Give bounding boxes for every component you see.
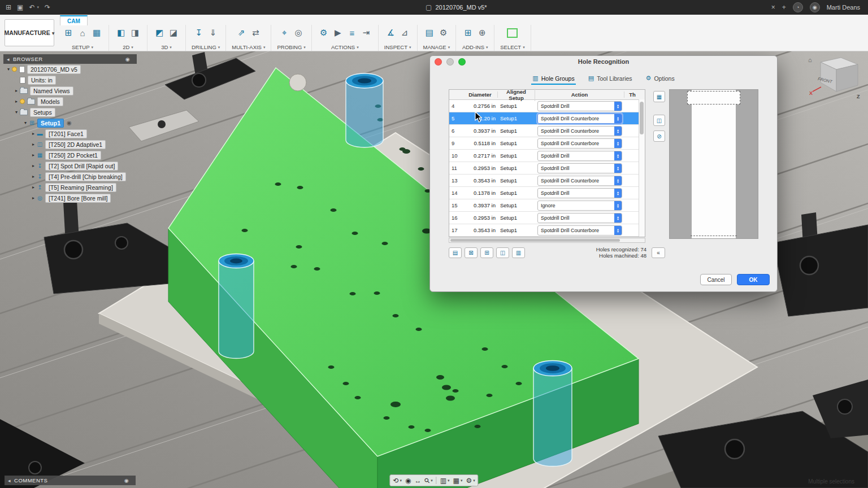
scrollbar-thumb[interactable] xyxy=(640,102,644,134)
setup-sheet-icon[interactable]: ⇥ xyxy=(360,26,372,40)
reset-hole-groups-button[interactable]: ⊘ xyxy=(653,130,665,142)
toolbar-group-select-label[interactable]: SELECT▾ xyxy=(500,44,524,50)
browser-item-setup1[interactable]: ▾ ⊞ Setup1 ◉ xyxy=(3,117,137,128)
browser-item-op-face[interactable]: ▸ ▬ [T201] Face1 xyxy=(3,128,137,139)
browser-item-op-adaptive[interactable]: ▸ ◫ [T250] 2D Adaptive1 xyxy=(3,139,137,150)
3d-contour-icon[interactable]: ◪ xyxy=(167,26,180,40)
hole-row[interactable]: 6 0.3937 in Setup1 Spotdrill Drill Count… xyxy=(449,125,645,137)
post-process-icon[interactable]: ≡ xyxy=(346,26,358,40)
toolbar-group-actions-label[interactable]: ACTIONS▾ xyxy=(331,44,359,50)
hole-row[interactable]: 9 0.5118 in Setup1 Spotdrill Drill Count… xyxy=(449,137,645,150)
viewport-settings-button[interactable]: ⚙▾ xyxy=(466,477,475,485)
drill-icon[interactable]: ↧ xyxy=(193,26,205,40)
toolbar-group-drilling-label[interactable]: DRILLING▾ xyxy=(192,44,220,50)
toolbar-group-probing-label[interactable]: PROBING▾ xyxy=(277,44,305,50)
probe-icon[interactable]: ⌖ xyxy=(278,26,290,40)
stock-icon[interactable]: ▦ xyxy=(90,26,103,40)
expand-caret-icon[interactable]: ▸ xyxy=(14,99,19,104)
action-select[interactable]: Spotdrill Drill Counterbore ▲▼ xyxy=(537,176,622,186)
tab-hole-groups[interactable]: ▥ Hole Groups xyxy=(531,73,575,85)
visibility-eye-icon[interactable]: ◉ xyxy=(67,120,72,126)
browser-item-op-spotdrill[interactable]: ▸ ↧ [T2] Spot Drill [Rapid out] xyxy=(3,160,137,171)
action-select[interactable]: Spotdrill Drill ▲▼ xyxy=(537,188,622,198)
action-select[interactable]: Spotdrill Drill ▲▼ xyxy=(537,151,622,161)
expand-caret-icon[interactable]: ▾ xyxy=(14,110,19,115)
comments-panel-header[interactable]: ◂ COMMENTS ◉ xyxy=(5,476,136,485)
merge-hole-groups-button[interactable]: ▦ xyxy=(653,91,665,102)
pan-button[interactable]: ↔ xyxy=(414,477,421,485)
horizontal-scrollbar[interactable] xyxy=(449,238,645,243)
app-grid-icon[interactable]: ⊞ xyxy=(6,3,11,11)
action-select[interactable]: Spotdrill Drill ▲▼ xyxy=(537,213,622,223)
undo-menu-caret-icon[interactable]: ▾ xyxy=(37,5,39,10)
look-at-button[interactable]: ◉ xyxy=(405,477,411,485)
new-document-tab-icon[interactable]: + xyxy=(782,3,786,11)
hole-row[interactable]: 17 0.3543 in Setup1 Spotdrill Drill Coun… xyxy=(449,224,645,237)
tab-cam[interactable]: CAM xyxy=(60,15,88,25)
expand-caret-icon[interactable]: ▸ xyxy=(14,88,19,93)
expand-caret-icon[interactable]: ▸ xyxy=(31,185,36,190)
toolbar-group-setup-label[interactable]: SETUP▾ xyxy=(72,44,93,50)
collapse-panel-icon[interactable]: ◂ xyxy=(8,478,11,483)
browser-item-units[interactable]: Units: in xyxy=(3,75,137,85)
browser-item-op-pocket[interactable]: ▸ ▦ [T250] 2D Pocket1 xyxy=(3,150,137,160)
browser-item-setups[interactable]: ▾ Setups xyxy=(3,107,137,117)
bore-icon[interactable]: ⇓ xyxy=(207,26,219,40)
select-icon[interactable] xyxy=(506,26,519,40)
undo-icon[interactable]: ↶ xyxy=(29,3,34,11)
scrollbar-thumb[interactable] xyxy=(450,239,620,242)
job-status-icon[interactable]: ◔ xyxy=(793,2,803,12)
3d-adaptive-icon[interactable]: ◩ xyxy=(153,26,166,40)
browser-item-op-predrill[interactable]: ▸ ↧ [T4] Pre-drill [Chip breaking] xyxy=(3,171,137,182)
collapse-panel-icon[interactable]: ◂ xyxy=(7,56,10,62)
browser-item-root[interactable]: ▾ 20120706_MD v5 xyxy=(3,64,137,75)
task-manager-icon[interactable]: ⚙ xyxy=(437,26,450,40)
expand-caret-icon[interactable]: ▸ xyxy=(31,163,36,168)
list-view-button[interactable]: ▤ xyxy=(449,247,462,258)
action-select[interactable]: Spotdrill Drill Counterbore ▲▼ xyxy=(537,225,622,236)
expand-caret-icon[interactable]: ▸ xyxy=(31,142,36,147)
expand-caret-icon[interactable]: ▾ xyxy=(6,67,11,72)
2d-pocket-icon[interactable]: ◨ xyxy=(129,26,141,40)
toolbar-group-addins-label[interactable]: ADD-INS▾ xyxy=(462,44,488,50)
action-select[interactable]: Spotdrill Drill Counterbore ▲▼ xyxy=(537,126,622,136)
hole-row[interactable]: 16 0.2953 in Setup1 Spotdrill Drill ▲▼ xyxy=(449,212,645,224)
statistics-button[interactable]: ▥ xyxy=(512,247,525,258)
app-store-icon[interactable]: ⊕ xyxy=(476,26,488,40)
close-document-icon[interactable]: × xyxy=(771,3,775,11)
zoom-button[interactable]: ⚲▾ xyxy=(424,477,432,485)
action-select[interactable]: Spotdrill Drill ▲▼ xyxy=(537,163,622,173)
hole-row[interactable]: 15 0.3937 in Setup1 Ignore ▲▼ xyxy=(449,199,645,212)
cancel-button[interactable]: Cancel xyxy=(700,274,732,285)
user-name[interactable]: Marti Deans xyxy=(827,4,860,11)
add-filter-button[interactable]: ⊞ xyxy=(480,247,493,258)
hole-row[interactable]: 11 0.2953 in Setup1 Spotdrill Drill ▲▼ xyxy=(449,162,645,175)
2d-adaptive-icon[interactable]: ◧ xyxy=(115,26,127,40)
action-select[interactable]: Ignore ▲▼ xyxy=(537,201,622,211)
orbit-button[interactable]: ⟲▾ xyxy=(393,477,402,485)
scripts-addins-icon[interactable]: ⊞ xyxy=(462,26,474,40)
panel-menu-icon[interactable]: ◉ xyxy=(124,478,129,483)
expand-caret-icon[interactable]: ▸ xyxy=(31,152,36,158)
toolbar-group-multiaxis-label[interactable]: MULTI-AXIS▾ xyxy=(232,44,265,50)
toolbar-group-2d-label[interactable]: 2D▾ xyxy=(123,44,133,50)
browser-item-models[interactable]: ▸ Models xyxy=(3,96,137,107)
action-select[interactable]: Spotdrill Drill ▲▼ xyxy=(537,101,622,111)
toolbar-group-3d-label[interactable]: 3D▾ xyxy=(161,44,172,50)
workspace-selector-button[interactable]: MANUFACTURE▾ xyxy=(5,19,54,46)
tab-options[interactable]: ⚙ Options xyxy=(645,73,676,85)
hole-row[interactable]: 4 0.2756 in Setup1 Spotdrill Drill ▲▼ xyxy=(449,100,645,112)
redo-icon[interactable]: ↷ xyxy=(45,3,50,11)
browser-panel-header[interactable]: ◂ BROWSER ◉ xyxy=(3,54,137,64)
expand-caret-icon[interactable]: ▸ xyxy=(31,174,36,179)
group-holes-button[interactable]: ◫ xyxy=(496,247,509,258)
simulate-icon[interactable]: ▶ xyxy=(332,26,344,40)
panel-menu-icon[interactable]: ◉ xyxy=(125,56,130,62)
viewcube[interactable]: ⌂ FRONT X Z xyxy=(806,54,862,104)
column-header-diameter[interactable]: Diameter xyxy=(463,91,498,98)
expand-caret-icon[interactable]: ▾ xyxy=(23,120,28,125)
rotary-icon[interactable]: ⇄ xyxy=(249,26,262,40)
column-header-through[interactable]: Th xyxy=(624,91,640,98)
browser-item-named-views[interactable]: ▸ Named Views xyxy=(3,85,137,96)
browser-item-op-reaming[interactable]: ▸ ↥ [T5] Reaming [Reaming] xyxy=(3,182,137,193)
